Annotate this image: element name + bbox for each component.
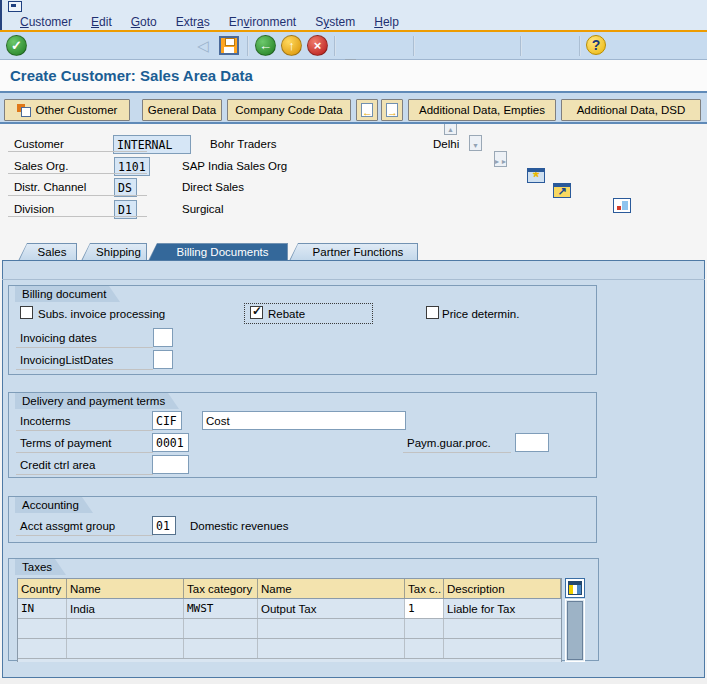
- taxes-empty-row: [18, 639, 561, 659]
- panel-divider: [2, 279, 705, 280]
- cell-tax-category-name[interactable]: Output Tax: [258, 599, 405, 618]
- price-determin-label: Price determin.: [442, 308, 519, 320]
- general-data-button[interactable]: General Data: [142, 99, 222, 121]
- menu-bar: Customer Edit Goto Extras Environment Sy…: [0, 14, 707, 30]
- column-header-tax-category: Tax category: [184, 579, 258, 598]
- additional-data-dsd-button[interactable]: Additional Data, DSD: [561, 99, 701, 121]
- field-underline: [8, 173, 147, 174]
- column-header-tax-classification: Tax c..: [405, 579, 444, 598]
- standard-toolbar: ✓ ≡ ◁ ← ↑ × + ◄◄ ▲ ▼ ►► * ↗ ?: [0, 32, 707, 60]
- division-label: Division: [14, 203, 54, 215]
- collapse-toolbar-icon[interactable]: ◁: [197, 38, 209, 53]
- back-icon[interactable]: ←: [255, 35, 276, 56]
- title-bar: Create Customer: Sales Area Data: [0, 60, 707, 91]
- next-screen-button[interactable]: →: [381, 99, 403, 121]
- column-header-description: Description: [444, 579, 561, 598]
- billing-document-group: Billing document Subs. invoice processin…: [8, 285, 597, 375]
- previous-screen-button[interactable]: ←: [356, 99, 378, 121]
- application-toolbar: Other Customer General Data Company Code…: [0, 91, 707, 124]
- price-determin-checkbox[interactable]: [426, 306, 439, 319]
- field-underline: [8, 216, 147, 217]
- menu-customer[interactable]: Customer: [20, 15, 72, 29]
- scrollbar-thumb[interactable]: [567, 601, 583, 660]
- toolbar-separator: [520, 36, 522, 56]
- billing-document-caption: Billing document: [15, 286, 109, 302]
- credit-ctrl-area-input[interactable]: [152, 455, 189, 474]
- toolbar-separator: [579, 36, 581, 56]
- create-shortcut-icon[interactable]: ↗: [553, 183, 571, 198]
- cell-country-name[interactable]: India: [67, 599, 184, 618]
- toolbar-separator: [413, 36, 415, 56]
- incoterms-text-input[interactable]: Cost: [202, 411, 406, 430]
- other-customer-button[interactable]: Other Customer: [4, 99, 130, 121]
- cell-tax-classification-input[interactable]: 1: [405, 599, 444, 618]
- rebate-checkbox[interactable]: [250, 306, 263, 319]
- company-code-data-button[interactable]: Company Code Data: [227, 99, 351, 121]
- cell-description[interactable]: Liable for Tax: [444, 599, 561, 618]
- sales-org-desc: SAP India Sales Org: [182, 160, 287, 172]
- tab-shipping[interactable]: Shipping: [81, 243, 147, 261]
- taxes-caption: Taxes: [15, 559, 55, 575]
- paym-guar-proc-label: Paym.guar.proc.: [403, 434, 511, 453]
- system-menu-icon[interactable]: [8, 1, 22, 12]
- menu-system[interactable]: System: [315, 15, 355, 29]
- cell-country[interactable]: IN: [18, 599, 67, 618]
- accounting-caption: Accounting: [15, 497, 82, 513]
- toolbar-separator: [247, 36, 249, 56]
- taxes-data-row: IN India MWST Output Tax 1 Liable for Ta…: [18, 599, 561, 619]
- incoterms-label: Incoterms: [16, 412, 153, 431]
- customer-city-text: Delhi: [433, 138, 459, 150]
- page-title: Create Customer: Sales Area Data: [10, 67, 253, 84]
- table-settings-icon[interactable]: [565, 578, 585, 598]
- terms-of-payment-input[interactable]: 0001: [152, 433, 189, 452]
- taxes-scrollbar[interactable]: [565, 599, 585, 662]
- help-icon[interactable]: ?: [586, 35, 606, 55]
- rebate-label: Rebate: [268, 308, 305, 320]
- tab-sales[interactable]: Sales: [18, 243, 77, 261]
- taxes-group: Taxes Country Name Tax category Name Tax…: [8, 558, 599, 661]
- delivery-payment-caption: Delivery and payment terms: [15, 393, 168, 409]
- subs-invoice-processing-checkbox[interactable]: [20, 306, 33, 319]
- exit-icon[interactable]: ↑: [281, 35, 302, 56]
- division-desc: Surgical: [182, 203, 224, 215]
- subs-invoice-processing-label: Subs. invoice processing: [38, 308, 165, 320]
- distr-channel-desc: Direct Sales: [182, 181, 244, 193]
- sap-window: Customer Edit Goto Extras Environment Sy…: [0, 0, 707, 684]
- acct-assgmt-group-input[interactable]: 01: [152, 516, 176, 535]
- paym-guar-proc-input[interactable]: [515, 433, 549, 452]
- cancel-icon[interactable]: ×: [307, 35, 328, 56]
- customer-label: Customer: [14, 138, 64, 150]
- next-screen-icon: →: [386, 103, 398, 117]
- menu-environment[interactable]: Environment: [229, 15, 296, 29]
- enter-icon[interactable]: ✓: [6, 35, 27, 56]
- taxes-empty-row-partial: [18, 659, 561, 662]
- customer-name-text: Bohr Traders: [210, 138, 276, 150]
- toolbar-separator: [334, 36, 336, 56]
- new-session-icon[interactable]: *: [527, 168, 545, 183]
- status-bar: [0, 678, 707, 684]
- menu-edit[interactable]: Edit: [91, 15, 112, 29]
- window-top-strip: [0, 0, 707, 14]
- field-underline: [8, 151, 147, 152]
- cell-tax-category[interactable]: MWST: [184, 599, 258, 618]
- invoicing-dates-label: Invoicing dates: [16, 329, 153, 348]
- sales-org-label: Sales Org.: [14, 160, 68, 172]
- acct-assgmt-group-desc: Domestic revenues: [190, 520, 288, 532]
- invoicing-list-dates-input[interactable]: [153, 350, 173, 369]
- save-icon[interactable]: [219, 36, 239, 55]
- invoicing-list-dates-label: InvoicingListDates: [16, 351, 153, 370]
- invoicing-dates-input[interactable]: [153, 328, 173, 347]
- last-page-icon[interactable]: ►►: [494, 151, 507, 167]
- menu-help[interactable]: Help: [374, 15, 399, 29]
- delivery-payment-group: Delivery and payment terms Incoterms CIF…: [8, 392, 597, 478]
- next-page-icon[interactable]: ▼: [469, 135, 482, 151]
- menu-extras[interactable]: Extras: [176, 15, 210, 29]
- tab-billing-documents[interactable]: Billing Documents: [148, 243, 288, 261]
- rebate-focus-rect: Rebate: [244, 303, 373, 324]
- previous-screen-icon: ←: [361, 103, 373, 117]
- incoterms-input[interactable]: CIF: [152, 411, 182, 430]
- menu-goto[interactable]: Goto: [131, 15, 157, 29]
- additional-data-empties-button[interactable]: Additional Data, Empties: [408, 99, 556, 121]
- customize-layout-icon[interactable]: [613, 198, 631, 213]
- tab-partner-functions[interactable]: Partner Functions: [289, 243, 418, 261]
